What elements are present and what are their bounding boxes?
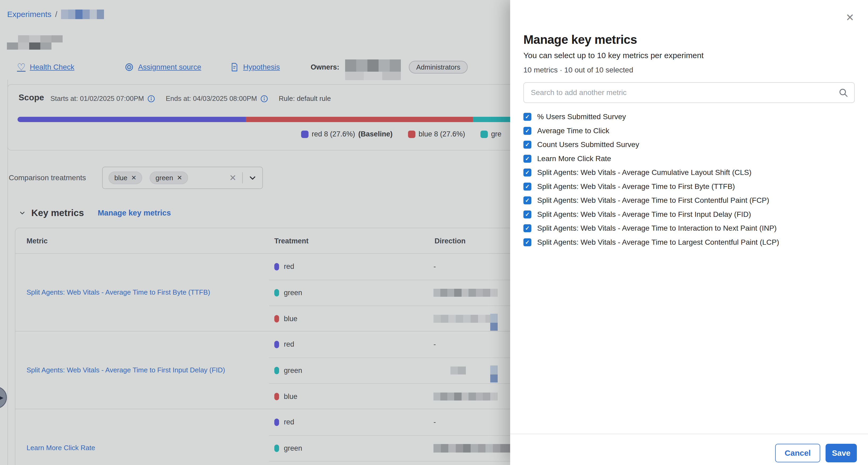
metric-label: Average Time to Click [537,126,609,135]
metric-checkbox-list: % Users Submitted Survey Average Time to… [523,110,855,249]
metric-label: Split Agents: Web Vitals - Average Time … [537,182,735,191]
cancel-button[interactable]: Cancel [775,444,820,462]
metric-list-item[interactable]: Split Agents: Web Vitals - Average Cumul… [523,166,855,180]
panel-title: Manage key metrics [523,0,855,47]
metric-label: Count Users Submitted Survey [537,140,639,149]
metric-checkbox[interactable] [523,224,531,232]
metric-checkbox[interactable] [523,127,531,135]
metric-list-item[interactable]: Split Agents: Web Vitals - Average Time … [523,221,855,235]
metric-checkbox[interactable] [523,113,531,121]
metric-label: % Users Submitted Survey [537,113,626,121]
metric-search [523,82,855,103]
metric-list-item[interactable]: Average Time to Click [523,124,855,138]
metric-label: Split Agents: Web Vitals - Average Cumul… [537,168,751,177]
close-panel-button[interactable]: ✕ [842,10,858,25]
metric-label: Split Agents: Web Vitals - Average Time … [537,238,779,246]
metric-checkbox[interactable] [523,183,531,191]
metric-list-item[interactable]: % Users Submitted Survey [523,110,855,124]
manage-key-metrics-panel: ✕ Manage key metrics You can select up t… [510,0,868,465]
save-button[interactable]: Save [826,444,857,462]
metric-list-item[interactable]: Split Agents: Web Vitals - Average Time … [523,235,855,250]
metric-checkbox[interactable] [523,141,531,149]
metric-list-item[interactable]: Split Agents: Web Vitals - Average Time … [523,208,855,222]
panel-footer: Cancel Save [510,434,868,465]
metric-label: Split Agents: Web Vitals - Average Time … [537,196,769,205]
metric-list-item[interactable]: Split Agents: Web Vitals - Average Time … [523,180,855,194]
metric-search-input[interactable] [523,82,855,103]
metric-label: Split Agents: Web Vitals - Average Time … [537,224,777,233]
metric-checkbox[interactable] [523,155,531,163]
metric-label: Split Agents: Web Vitals - Average Time … [537,210,751,219]
metric-label: Learn More Click Rate [537,154,611,163]
app-root: Experiments / ♡ Health Check Assignment … [0,0,868,465]
modal-scrim[interactable] [0,0,510,465]
metric-checkbox[interactable] [523,238,531,246]
metric-list-item[interactable]: Split Agents: Web Vitals - Average Time … [523,194,855,208]
search-icon [838,88,848,98]
panel-body: Manage key metrics You can select up to … [510,0,868,249]
metric-checkbox[interactable] [523,210,531,219]
metric-checkbox[interactable] [523,169,531,176]
metric-list-item[interactable]: Count Users Submitted Survey [523,138,855,152]
metrics-count-text: 10 metrics · 10 out of 10 selected [523,66,855,74]
panel-subtitle: You can select up to 10 key metrics per … [523,51,855,60]
metric-checkbox[interactable] [523,196,531,204]
metric-list-item[interactable]: Learn More Click Rate [523,152,855,166]
